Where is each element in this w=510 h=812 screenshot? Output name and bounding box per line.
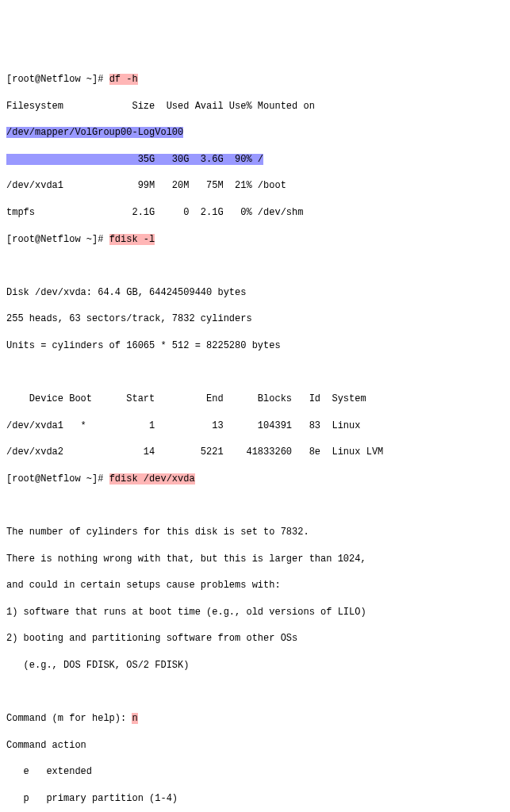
command-fdisk-dev: fdisk /dev/xvda: [109, 473, 195, 485]
df-lvm-values: 35G 30G 3.6G 90% /: [6, 154, 263, 165]
fdisk-prompt: Command (m for help):: [6, 713, 132, 724]
command-fdisk-l: fdisk -l: [109, 234, 155, 245]
fdisk-warning: The number of cylinders for this disk is…: [6, 526, 510, 539]
fdisk-input-n: n: [132, 713, 137, 724]
fdisk-warning: (e.g., DOS FDISK, OS/2 FDISK): [6, 659, 510, 672]
shell-prompt: [root@Netflow ~]#: [6, 74, 109, 85]
fdisk-action-primary: p primary partition (1-4): [6, 792, 510, 806]
terminal-output: [root@Netflow ~]# df -h Filesystem Size …: [6, 59, 510, 812]
fdisk-units: Units = cylinders of 16065 * 512 = 82252…: [6, 339, 510, 353]
fdisk-warning: There is nothing wrong with that, but th…: [6, 553, 510, 566]
fdisk-disk-info: Disk /dev/xvda: 64.4 GB, 64424509440 byt…: [6, 286, 510, 300]
command-df: df -h: [109, 74, 138, 85]
fdisk-action-header: Command action: [6, 739, 510, 753]
shell-prompt: [root@Netflow ~]#: [6, 234, 109, 245]
df-lvm-device: /dev/mapper/VolGroup00-LogVol00: [6, 127, 183, 138]
fdisk-action-extended: e extended: [6, 765, 510, 779]
shell-prompt: [root@Netflow ~]#: [6, 473, 109, 485]
fdisk-warning: 1) software that runs at boot time (e.g.…: [6, 606, 510, 619]
df-xvda1: /dev/xvda1 99M 20M 75M 21% /boot: [6, 179, 510, 193]
fdisk-warning: 2) booting and partitioning software fro…: [6, 632, 510, 645]
fdisk-warning: and could in certain setups cause proble…: [6, 579, 510, 592]
df-tmpfs: tmpfs 2.1G 0 2.1G 0% /dev/shm: [6, 206, 510, 220]
fdisk-partition-1: /dev/xvda1 * 1 13 104391 83 Linux: [6, 419, 510, 433]
fdisk-geometry: 255 heads, 63 sectors/track, 7832 cylind…: [6, 312, 510, 326]
fdisk-partition-2: /dev/xvda2 14 5221 41833260 8e Linux LVM: [6, 446, 510, 459]
df-header: Filesystem Size Used Avail Use% Mounted …: [6, 100, 510, 113]
fdisk-table-header: Device Boot Start End Blocks Id System: [6, 393, 510, 406]
